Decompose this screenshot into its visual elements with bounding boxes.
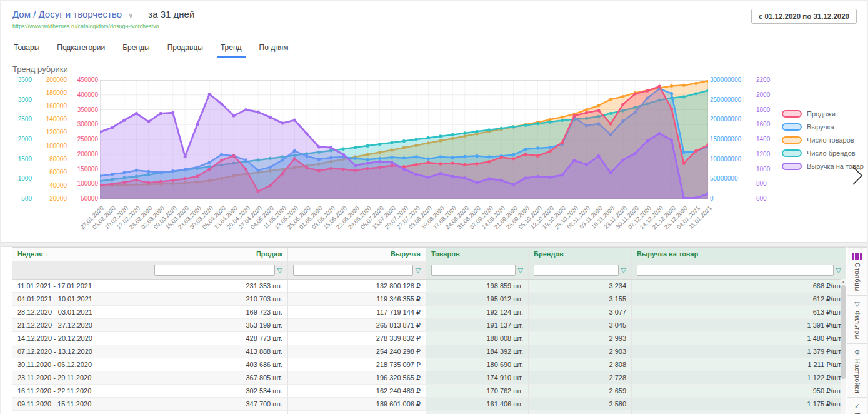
axis-tick-brands: 2000 — [18, 136, 32, 143]
axis-tick-sales: 400000 — [77, 92, 98, 98]
cell-week: 07.12.2020 - 13.12.2020 — [12, 345, 149, 358]
legend-swatch — [782, 136, 802, 144]
table-scrollbar[interactable]: ▲ — [841, 279, 846, 414]
table-row: 04.01.2021 - 10.01.2021210 703 шт.119 34… — [12, 293, 846, 306]
category-url-link[interactable]: https://www.wildberries.ru/catalog/dom/d… — [12, 23, 159, 29]
cell-brands: 3 077 — [529, 306, 632, 319]
axis-tick-revenue: 50000000 — [710, 176, 738, 182]
chevron-down-icon: ∨ — [128, 11, 133, 19]
breadcrumb[interactable]: Дом / Досуг и творчество ∨ — [12, 9, 133, 19]
columns-icon — [852, 253, 862, 260]
tab-brendy[interactable]: Бренды — [114, 38, 158, 58]
axis-tick-rpp: 2200 — [756, 77, 770, 83]
filter-input-products[interactable] — [431, 265, 516, 276]
y-axis-products: 2000040000600008000010000012000014000016… — [34, 80, 69, 199]
legend-swatch — [782, 110, 802, 118]
table-row: 16.11.2020 - 22.11.2020302 534 шт.162 24… — [12, 385, 846, 398]
cell-revenue: 278 339 832 ₽ — [288, 332, 426, 345]
cell-sales: 337 120 шт. — [149, 411, 288, 414]
legend-item[interactable]: Выручка — [782, 123, 864, 131]
axis-tick-sales: 100000 — [77, 181, 98, 187]
trend-chart-card: Тренд рубрики 50010001500200025003000350… — [1, 58, 867, 241]
sidebar-tab-settings[interactable]: ⚙Настройки — [847, 344, 867, 398]
chart-title: Тренд рубрики — [12, 64, 867, 74]
right-sidebar: Столбцы▽Фильтры⚙Настройки✓Помощь — [847, 247, 867, 414]
sidebar-tab-label: Фильтры — [854, 311, 861, 340]
tab-podkategorii[interactable]: Подкатегории — [48, 38, 114, 58]
y-axis-sales: 5000010000015000020000025000030000035000… — [69, 80, 100, 199]
axis-tick-sales: 50000 — [81, 196, 98, 202]
axis-tick-rpp: 1600 — [756, 121, 770, 128]
cell-week: 14.12.2020 - 20.12.2020 — [12, 332, 149, 345]
cell-rpp: 612 ₽/шт — [632, 293, 846, 306]
col-header-week[interactable]: Неделя↓ — [12, 248, 149, 261]
tab-prodavcy[interactable]: Продавцы — [159, 38, 212, 58]
y-axis-brands: 500100015002000250030003500 — [12, 80, 34, 199]
filter-input-revenue[interactable] — [293, 265, 413, 276]
settings-icon: ⚙ — [854, 349, 861, 356]
sidebar-tab-help[interactable]: ✓Помощь — [847, 398, 867, 414]
cell-revenue: 265 813 871 ₽ — [288, 319, 426, 332]
axis-tick-sales: 250000 — [77, 136, 98, 143]
legend-label: Продажи — [807, 110, 836, 118]
cell-sales: 210 703 шт. — [149, 293, 288, 306]
cell-revenue: 162 240 489 ₽ — [288, 385, 426, 398]
legend-item[interactable]: Продажи — [782, 110, 864, 118]
col-header-revenue[interactable]: Выручка — [288, 248, 426, 261]
sort-desc-icon[interactable]: ↓ — [46, 250, 49, 258]
filter-funnel-icon[interactable]: ▽ — [621, 266, 626, 275]
sidebar-tab-label: Настройки — [854, 359, 861, 393]
legend-item[interactable]: Число товаров — [782, 136, 864, 144]
tab-tovary[interactable]: Товары — [5, 38, 48, 58]
axis-tick-sales: 200000 — [77, 151, 98, 158]
axis-tick-products: 20000 — [49, 196, 67, 202]
cell-sales: 403 686 шт. — [149, 358, 288, 371]
cell-brands: 2 659 — [529, 385, 632, 398]
cell-products: 161 406 шт. — [426, 398, 529, 411]
table-body: 11.01.2021 - 17.01.2021231 353 шт.132 80… — [12, 280, 846, 414]
cell-sales: 302 534 шт. — [149, 385, 288, 398]
cell-revenue: 119 346 355 ₽ — [288, 293, 426, 306]
filter-input-brands[interactable] — [534, 265, 619, 276]
cell-week: 11.01.2021 - 17.01.2021 — [12, 280, 149, 293]
axis-tick-rpp: 600 — [756, 196, 767, 202]
scroll-up-icon[interactable]: ▲ — [841, 279, 846, 285]
col-header-brands[interactable]: Брендов — [529, 248, 632, 261]
filter-funnel-icon[interactable]: ▽ — [416, 266, 421, 275]
cell-revenue: 254 240 298 ₽ — [288, 345, 426, 358]
col-header-sales[interactable]: Продаж — [149, 248, 288, 261]
filter-funnel-icon[interactable]: ▽ — [277, 266, 282, 275]
col-header-rpp[interactable]: Выручка на товар — [632, 248, 846, 261]
scrollbar-thumb[interactable] — [841, 285, 846, 379]
filter-input-rpp[interactable] — [637, 265, 834, 276]
filter-funnel-icon[interactable]: ▽ — [836, 266, 841, 275]
axis-tick-products: 160000 — [46, 103, 67, 109]
col-header-products[interactable]: Товаров — [426, 248, 529, 261]
period-label: за 31 дней — [148, 9, 194, 19]
table-row: 09.11.2020 - 15.11.2020347 700 шт.189 60… — [12, 398, 846, 411]
cell-products: 184 392 шт. — [426, 345, 529, 358]
filter-funnel-icon[interactable]: ▽ — [518, 266, 523, 275]
breadcrumb-label: Дом / Досуг и творчество — [12, 9, 122, 19]
axis-tick-brands: 2500 — [18, 116, 32, 123]
sidebar-tab-filters[interactable]: ▽Фильтры — [847, 296, 867, 344]
tab-po-dnyam[interactable]: По дням — [251, 38, 297, 58]
cell-brands: 2 580 — [529, 398, 632, 411]
legend-swatch — [782, 123, 802, 131]
filters-icon: ▽ — [854, 301, 859, 308]
legend-item[interactable]: Число брендов — [782, 149, 864, 157]
axis-tick-products: 60000 — [49, 169, 67, 176]
legend-label: Число товаров — [807, 136, 854, 144]
cell-products: 157 691 шт. — [426, 411, 529, 414]
sidebar-tab-columns[interactable]: Столбцы — [847, 248, 867, 296]
tab-trend[interactable]: Тренд — [212, 38, 251, 58]
cell-rpp: 1 122 ₽/шт — [632, 371, 846, 385]
filter-input-sales[interactable] — [154, 265, 275, 276]
chevron-right-icon — [848, 163, 866, 188]
cell-sales: 413 888 шт. — [149, 345, 288, 358]
legend-label: Число брендов — [807, 149, 856, 157]
filter-cell-rpp: ▽ — [632, 261, 846, 279]
next-period-button[interactable] — [848, 163, 866, 188]
date-range-button[interactable]: с 01.12.2020 по 31.12.2020 — [751, 9, 857, 24]
cell-rpp: 1 480 ₽/шт — [632, 332, 846, 345]
